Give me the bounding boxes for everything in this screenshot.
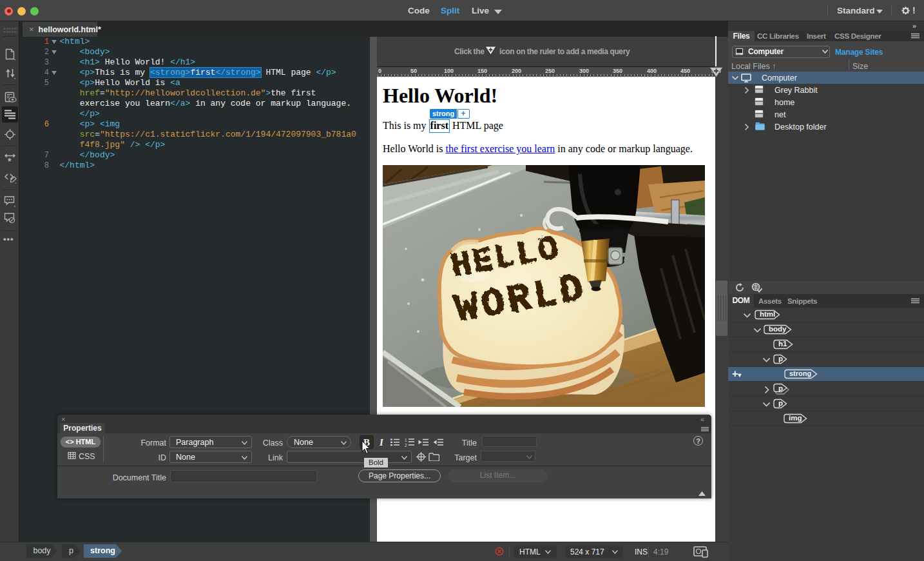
svg-text:2: 2	[405, 443, 407, 448]
svg-text:*: *	[8, 156, 12, 166]
svg-text:1: 1	[405, 438, 407, 442]
